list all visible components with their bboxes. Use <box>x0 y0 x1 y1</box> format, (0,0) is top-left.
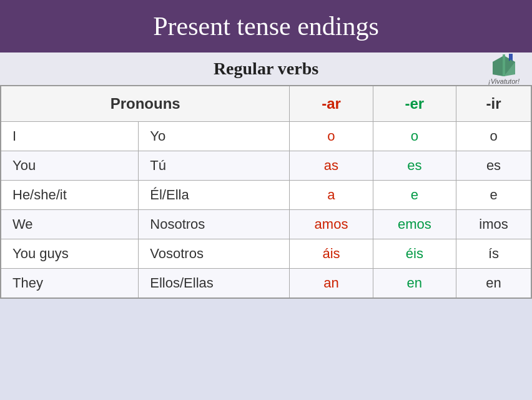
page-wrapper: Present tense endings Regular verbs ¡Viv… <box>0 0 532 400</box>
table-row: TheyEllos/Ellasanenen <box>1 269 531 299</box>
book-icon <box>490 52 518 78</box>
cell-ar: an <box>290 269 373 299</box>
header-ir: -ir <box>456 86 532 122</box>
cell-ar: a <box>290 181 373 210</box>
table-row: IYoooo <box>1 122 531 151</box>
cell-spanish: Nosotros <box>139 210 290 239</box>
cell-er: o <box>373 122 456 151</box>
cell-english: They <box>1 269 139 299</box>
cell-er: en <box>373 269 456 299</box>
logo-text: ¡Vivatutor! <box>488 78 520 85</box>
cell-ir: es <box>456 151 532 181</box>
cell-ar: amos <box>290 210 373 239</box>
main-title: Present tense endings <box>0 0 532 52</box>
logo-area: ¡Vivatutor! <box>488 52 520 85</box>
cell-spanish: Él/Ella <box>139 181 290 210</box>
cell-spanish: Vosotros <box>139 239 290 269</box>
cell-spanish: Tú <box>139 151 290 181</box>
subtitle: Regular verbs <box>214 59 318 79</box>
cell-ar: o <box>290 122 373 151</box>
table-container: Pronouns -ar -er -ir IYooooYouTúasesesHe… <box>0 85 532 400</box>
svg-rect-2 <box>503 54 505 76</box>
cell-spanish: Ellos/Ellas <box>139 269 290 299</box>
table-row: He/she/itÉl/Ellaaee <box>1 181 531 210</box>
cell-er: es <box>373 151 456 181</box>
cell-english: You guys <box>1 239 139 269</box>
cell-english: We <box>1 210 139 239</box>
cell-english: He/she/it <box>1 181 139 210</box>
cell-ir: ís <box>456 239 532 269</box>
cell-english: I <box>1 122 139 151</box>
table-row: WeNosotrosamosemosimos <box>1 210 531 239</box>
table-row: You guysVosotrosáiséisís <box>1 239 531 269</box>
cell-er: e <box>373 181 456 210</box>
cell-ir: o <box>456 122 532 151</box>
cell-ar: áis <box>290 239 373 269</box>
table-header-row: Pronouns -ar -er -ir <box>1 86 531 122</box>
subheader: Regular verbs ¡Vivatutor! <box>0 52 532 85</box>
conjugation-table: Pronouns -ar -er -ir IYooooYouTúasesesHe… <box>0 85 532 299</box>
table-row: YouTúaseses <box>1 151 531 181</box>
header-pronouns: Pronouns <box>1 86 290 122</box>
header-er: -er <box>373 86 456 122</box>
header-ar: -ar <box>290 86 373 122</box>
cell-ar: as <box>290 151 373 181</box>
cell-er: emos <box>373 210 456 239</box>
cell-ir: e <box>456 181 532 210</box>
cell-ir: en <box>456 269 532 299</box>
cell-er: éis <box>373 239 456 269</box>
cell-spanish: Yo <box>139 122 290 151</box>
cell-ir: imos <box>456 210 532 239</box>
cell-english: You <box>1 151 139 181</box>
